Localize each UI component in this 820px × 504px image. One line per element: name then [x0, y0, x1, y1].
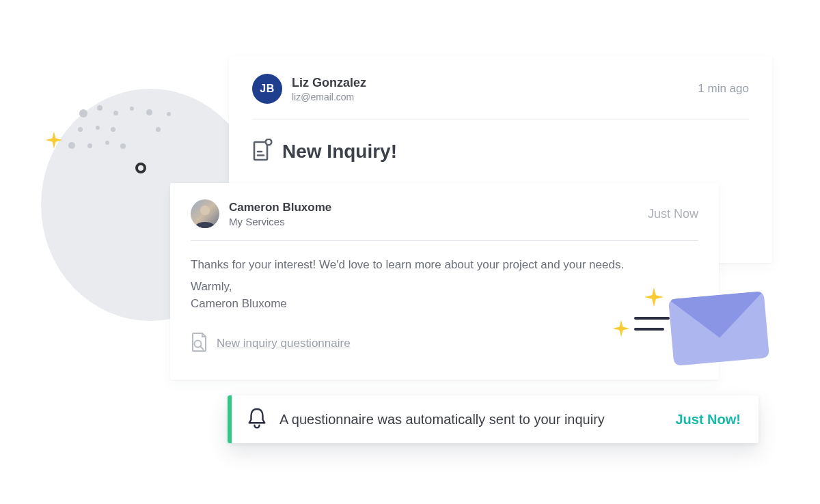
decorative-dot	[146, 109, 152, 115]
decorative-dot	[113, 111, 118, 115]
sparkle-icon	[642, 285, 666, 311]
avatar-photo	[191, 199, 219, 228]
speed-line	[634, 317, 670, 320]
toast-accent-bar	[228, 395, 232, 443]
reply-sender-subtitle: My Services	[229, 216, 331, 227]
decorative-dot	[96, 126, 100, 130]
decorative-dot	[111, 127, 115, 132]
decorative-dot	[87, 143, 92, 148]
speed-line	[634, 328, 664, 331]
sender-name: Liz Gonzalez	[292, 76, 366, 90]
reply-card-header: Cameron Bluxome My Services Just Now	[191, 199, 698, 241]
decorative-ring	[135, 163, 146, 173]
decorative-dot	[120, 143, 126, 149]
svg-point-3	[266, 139, 272, 145]
decorative-dot	[105, 141, 109, 145]
inquiry-card-header: JB Liz Gonzalez liz@email.com 1 min ago	[252, 74, 749, 120]
document-notification-icon	[252, 139, 273, 165]
decorative-dot	[130, 107, 134, 111]
attachment-label: New inquiry questionnaire	[217, 337, 351, 350]
decorative-dot	[79, 109, 87, 117]
avatar-initials: JB	[252, 74, 282, 104]
decorative-dot	[167, 112, 171, 116]
message-line: Thanks for your interest! We'd love to l…	[191, 256, 698, 274]
decorative-dot	[156, 127, 161, 132]
decorative-dot	[68, 142, 75, 149]
bell-icon	[247, 406, 267, 432]
toast-timestamp: Just Now!	[675, 412, 741, 428]
sender-email: liz@email.com	[292, 92, 366, 102]
timestamp: 1 min ago	[698, 82, 749, 96]
svg-line-6	[200, 346, 204, 350]
svg-point-4	[200, 206, 210, 215]
decorative-dot	[78, 127, 83, 132]
notification-toast: A questionnaire was automatically sent t…	[228, 395, 758, 443]
timestamp: Just Now	[648, 207, 698, 221]
reply-sender-name: Cameron Bluxome	[229, 201, 331, 214]
file-magnifier-icon	[191, 332, 208, 355]
envelope-icon	[668, 291, 769, 366]
toast-message: A questionnaire was automatically sent t…	[279, 412, 666, 428]
sparkle-icon	[44, 130, 64, 153]
envelope-illustration	[615, 287, 765, 376]
decorative-dot	[97, 105, 102, 111]
inquiry-title: New Inquiry!	[282, 141, 397, 163]
sparkle-icon	[611, 318, 631, 341]
